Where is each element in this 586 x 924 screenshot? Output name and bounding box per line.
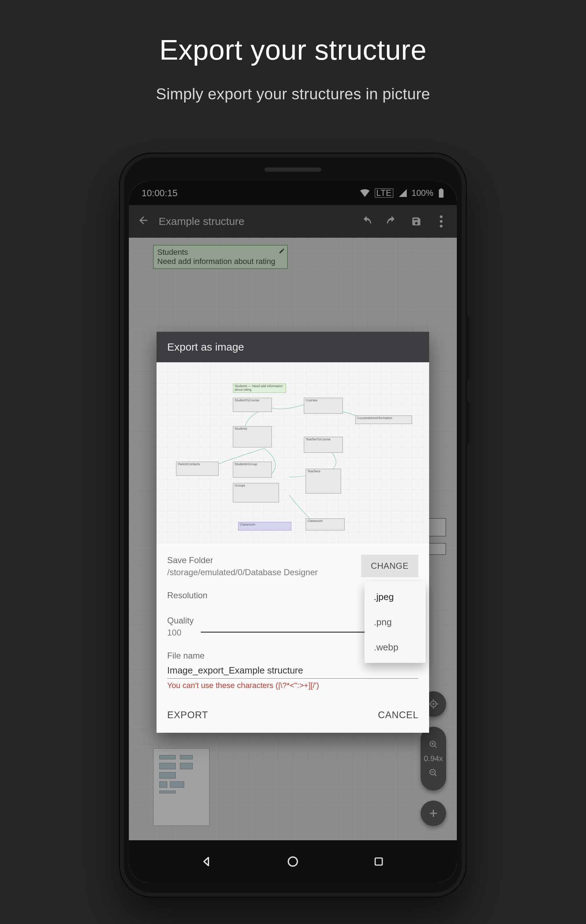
svg-point-9: [288, 857, 297, 866]
save-folder-path: /storage/emulated/0/Database Designer: [167, 568, 361, 578]
preview-node: Groups: [233, 483, 279, 502]
phone-screen: 10:00:15 LTE 100% Example structure: [129, 181, 457, 883]
svg-rect-10: [375, 858, 382, 865]
preview-node: Classroom: [305, 518, 345, 530]
modal-title: Export as image: [157, 332, 429, 362]
phone-frame: 10:00:15 LTE 100% Example structure: [119, 153, 467, 898]
phone-side-button: [466, 316, 470, 380]
resolution-option-png[interactable]: .png: [365, 610, 426, 635]
resolution-option-jpeg[interactable]: .jpeg: [365, 584, 426, 610]
export-button[interactable]: EXPORT: [167, 710, 208, 721]
marketing-subtitle: Simply export your structures in picture: [0, 85, 586, 103]
preview-node: Teachers: [305, 469, 341, 493]
change-folder-button[interactable]: CHANGE: [361, 554, 418, 578]
android-navbar: [129, 840, 457, 883]
preview-node: Courses: [304, 398, 343, 414]
preview-node: TeacherToCourse: [304, 437, 343, 453]
preview-node: StudentInGroup: [233, 462, 272, 478]
preview-node: ParentContacts: [176, 462, 219, 476]
nav-home[interactable]: [285, 854, 300, 870]
quality-label: Quality: [167, 615, 194, 625]
preview-node-students-note: Students — Need add information about ra…: [233, 384, 286, 393]
cancel-button[interactable]: CANCEL: [378, 710, 418, 721]
export-modal: Export as image: [157, 332, 429, 733]
preview-node: Students: [233, 426, 272, 447]
resolution-option-webp[interactable]: .webp: [365, 635, 426, 660]
nav-recents[interactable]: [371, 854, 386, 870]
preview-node: Classroom: [238, 522, 291, 530]
marketing-title: Export your structure: [0, 34, 586, 66]
export-preview: Students — Need add information about ra…: [157, 362, 429, 543]
filename-input[interactable]: [167, 663, 418, 679]
resolution-dropdown-menu: .jpeg .png .webp: [365, 582, 426, 663]
save-folder-label: Save Folder: [167, 555, 361, 565]
preview-node: StudentToCourse: [233, 398, 272, 412]
phone-side-button: [466, 401, 470, 444]
nav-back[interactable]: [199, 854, 215, 870]
preview-node: CoursesMoreInformation: [355, 416, 412, 424]
filename-error: You can't use these characters (|\?*<":>…: [167, 681, 418, 690]
phone-speaker: [264, 167, 321, 172]
resolution-label: Resolution: [167, 591, 387, 601]
quality-value: 100: [167, 628, 194, 638]
